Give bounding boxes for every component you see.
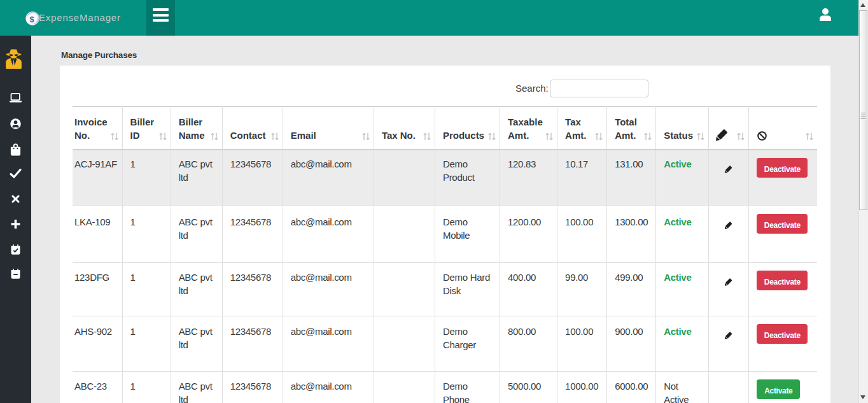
svg-text:$: $ [29,15,34,24]
